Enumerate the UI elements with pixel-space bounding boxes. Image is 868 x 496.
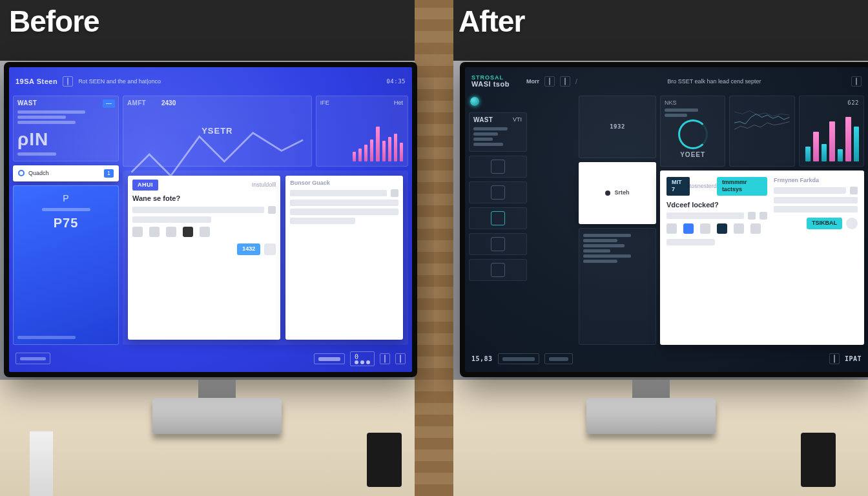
- sidebar-nav-item[interactable]: [469, 259, 527, 281]
- footer-left-value: 15,83: [471, 355, 493, 362]
- sidebar-card-summary[interactable]: WAST VTI: [469, 112, 527, 152]
- tool-icon[interactable]: [149, 227, 160, 237]
- form-side-panel[interactable]: Bunsor Guack: [285, 176, 403, 340]
- bar-chart-icon: [353, 112, 403, 161]
- screen-before: 19SA Steen Rot SEEN and the and hat|onco…: [9, 67, 412, 372]
- sidebar-card-summary[interactable]: WAST — ρIN: [13, 96, 119, 161]
- topbar: STROSAL WASI tsob Morr / Bro SSET ealk h…: [469, 71, 864, 92]
- sidebar-hero-card[interactable]: P P75: [13, 185, 119, 345]
- form-side-panel[interactable]: Frmynen Farkda TSIKBAL: [774, 177, 858, 338]
- tool-icon[interactable]: [132, 227, 143, 237]
- topbar-tab[interactable]: Morr: [526, 78, 539, 85]
- form-secondary-icon[interactable]: [264, 243, 276, 255]
- sidebar-nav-item[interactable]: [469, 181, 527, 203]
- main-rail: 1932 Srteh: [579, 96, 656, 345]
- monitor-after: STROSAL WASI tsob Morr / Bro SSET ealk h…: [460, 62, 868, 377]
- keyboard-prop: [801, 433, 836, 487]
- tool-icon[interactable]: [683, 223, 694, 234]
- doc-icon: [491, 160, 505, 174]
- tool-icon[interactable]: [166, 227, 176, 237]
- footer-icons[interactable]: [380, 353, 390, 364]
- chart-bar-panel[interactable]: 622: [799, 96, 864, 167]
- breadcrumb: Rot SEEN and the and hat|onco: [78, 78, 161, 85]
- content-card: AHUI Instuldolll Wane se fote?: [123, 170, 408, 345]
- topbar-chip[interactable]: [560, 76, 570, 87]
- chart-bar-panel[interactable]: IFE Het: [316, 96, 408, 167]
- status-dot-icon: [18, 170, 25, 176]
- sidebar: WAST — ρIN Quadch 1: [13, 96, 119, 345]
- status-dots-icon: [355, 360, 370, 364]
- field-action-icon[interactable]: [268, 206, 276, 214]
- form-aside-tag[interactable]: tmmmmr tactsys: [717, 177, 767, 196]
- toggle-icon[interactable]: [760, 212, 767, 220]
- form-panel[interactable]: MIT 7 tosnesterd tmmmmr tactsys Vdceef l…: [666, 177, 767, 338]
- rail-metric[interactable]: 1932: [579, 96, 656, 158]
- tool-icon[interactable]: [700, 223, 710, 234]
- sidebar-card-tag: VTI: [513, 116, 522, 123]
- footer-chip[interactable]: [829, 353, 840, 364]
- form-cta-button[interactable]: TSIKBAL: [807, 218, 842, 229]
- form-side-heading: Bunsor Guack: [290, 180, 398, 187]
- topbar-chip[interactable]: [544, 76, 555, 87]
- footer-right-label: IPAT: [845, 355, 862, 362]
- brand-label: 19SA Steen: [16, 78, 57, 85]
- sidebar-status-button[interactable]: Quadch 1: [13, 165, 119, 181]
- list-icon: [564, 78, 566, 85]
- layers-icon: [491, 185, 505, 200]
- topbar: 19SA Steen Rot SEEN and the and hat|onco…: [13, 71, 408, 92]
- monitor-stand-neck: [198, 380, 236, 399]
- form-tag: tosnesterd: [690, 183, 717, 190]
- form-cta-button[interactable]: 1432: [237, 243, 260, 255]
- footer-segment[interactable]: [16, 353, 50, 364]
- grid-icon: [549, 78, 550, 85]
- toggle-icon[interactable]: [391, 189, 398, 197]
- topbar-menu-icon[interactable]: [851, 76, 862, 87]
- chart-right-value: 622: [847, 99, 859, 107]
- status-label: Quadch: [28, 170, 49, 177]
- form-panel[interactable]: AHUI Instuldolll Wane se fote?: [128, 176, 280, 340]
- orb-avatar-icon[interactable]: [470, 97, 479, 106]
- toggle-icon[interactable]: [850, 187, 858, 194]
- rail-list[interactable]: [579, 228, 656, 345]
- card-icon: [834, 355, 835, 363]
- form-tab[interactable]: MIT 7: [666, 177, 690, 196]
- sidebar-nav-item[interactable]: [469, 233, 527, 255]
- multiline-icon: [734, 101, 789, 134]
- topbar-chip[interactable]: [63, 76, 73, 87]
- footer-status[interactable]: 0: [350, 351, 375, 366]
- code-icon: [491, 263, 505, 277]
- footer-meter: [314, 353, 345, 364]
- main-area: AMFT 2430 YSETR IFE Het: [123, 96, 408, 345]
- footer-segment[interactable]: [544, 353, 573, 364]
- menu-icon: [856, 78, 857, 85]
- clock: 04:35: [386, 78, 406, 85]
- monitor-stand-base: [152, 398, 282, 434]
- tool-icon[interactable]: [750, 223, 761, 234]
- wood-panel: [415, 0, 434, 496]
- footer-icons-2[interactable]: [395, 353, 406, 364]
- tool-icon[interactable]: [200, 227, 210, 237]
- footer: 0: [13, 349, 408, 368]
- toggle-icon[interactable]: [748, 212, 756, 220]
- form-secondary-icon[interactable]: [846, 218, 858, 229]
- footer-segment[interactable]: [498, 353, 539, 364]
- tool-icon[interactable]: [666, 223, 677, 234]
- pause-icon[interactable]: [183, 227, 193, 237]
- chart-gauge-panel[interactable]: NKS YOEET: [660, 96, 725, 167]
- monitor-stand-base: [586, 398, 716, 434]
- section-title-before: Before: [9, 4, 99, 39]
- keyboard-prop: [367, 433, 402, 487]
- tool-icon[interactable]: [734, 223, 744, 234]
- sidebar-nav-item[interactable]: [469, 156, 527, 178]
- rail-status-button[interactable]: Srteh: [579, 162, 656, 225]
- tool-icon[interactable]: [717, 223, 727, 234]
- form-tab[interactable]: AHUI: [132, 180, 158, 191]
- main-area: 1932 Srteh NKS: [579, 96, 864, 345]
- settings-icon: [491, 237, 505, 251]
- status-count: 1: [104, 169, 114, 178]
- gauge-icon: [678, 119, 708, 149]
- chart-metric-panel[interactable]: AMFT 2430 YSETR: [123, 96, 312, 167]
- chart-line-panel[interactable]: [729, 96, 794, 167]
- battery-icon: [384, 355, 386, 363]
- sidebar-nav-item[interactable]: [469, 207, 527, 229]
